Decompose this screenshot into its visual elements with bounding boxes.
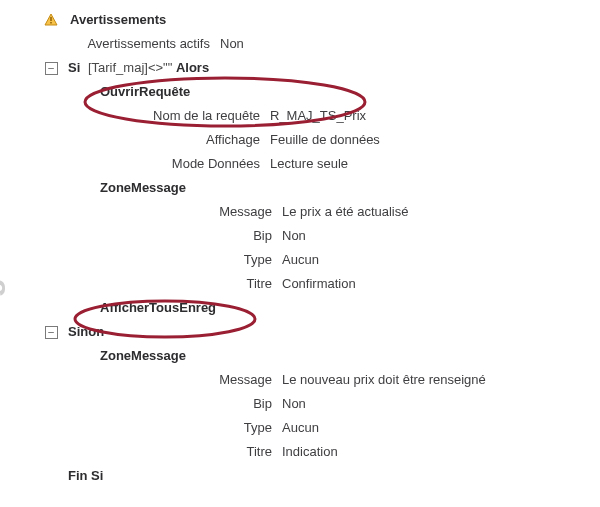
arg-row[interactable]: Titre Indication: [40, 440, 580, 464]
if-condition: [Tarif_maj]<>"": [84, 56, 176, 80]
arg-row[interactable]: Type Aucun: [40, 416, 580, 440]
arg-label: Type: [40, 416, 282, 440]
if-row[interactable]: – Si [Tarif_maj]<>"" Alors: [40, 56, 580, 80]
arg-label: Titre: [40, 440, 282, 464]
arg-label: Message: [40, 368, 282, 392]
arg-label: Bip: [40, 224, 282, 248]
then-keyword: Alors: [176, 56, 209, 80]
action-row-zone-message[interactable]: ZoneMessage: [40, 344, 580, 368]
arg-label: Message: [40, 200, 282, 224]
arg-label: Avertissements actifs: [40, 32, 220, 56]
arg-value: Aucun: [282, 416, 319, 440]
arg-label: Titre: [40, 272, 282, 296]
arg-row[interactable]: Mode Données Lecture seule: [40, 152, 580, 176]
arg-row[interactable]: Message Le prix a été actualisé: [40, 200, 580, 224]
arg-row[interactable]: Titre Confirmation: [40, 272, 580, 296]
action-name: OuvrirRequête: [100, 80, 190, 104]
arg-value: Non: [282, 224, 306, 248]
arg-row[interactable]: Nom de la requête R_MAJ_TS_Prix: [40, 104, 580, 128]
endif-keyword: Fin Si: [68, 464, 103, 488]
arg-value: Indication: [282, 440, 338, 464]
warning-icon: [40, 13, 62, 27]
action-name: ZoneMessage: [100, 176, 186, 200]
arg-label: Type: [40, 248, 282, 272]
navigation-pane-label: Volet de navigation: [0, 199, 6, 500]
action-row-open-query[interactable]: OuvrirRequête: [40, 80, 580, 104]
else-row[interactable]: – Sinon: [40, 320, 580, 344]
action-row-zone-message[interactable]: ZoneMessage: [40, 176, 580, 200]
arg-value: Non: [220, 32, 244, 56]
arg-value: Le nouveau prix doit être renseigné: [282, 368, 486, 392]
arg-row[interactable]: Bip Non: [40, 224, 580, 248]
arg-label: Nom de la requête: [40, 104, 270, 128]
arg-row[interactable]: Avertissements actifs Non: [40, 32, 580, 56]
arg-row[interactable]: Affichage Feuille de données: [40, 128, 580, 152]
endif-row[interactable]: Fin Si: [40, 464, 580, 488]
arg-value: Non: [282, 392, 306, 416]
arg-row[interactable]: Bip Non: [40, 392, 580, 416]
arg-value: Confirmation: [282, 272, 356, 296]
action-name: ZoneMessage: [100, 344, 186, 368]
if-keyword: Si: [68, 56, 80, 80]
svg-rect-2: [50, 22, 51, 24]
arg-value: R_MAJ_TS_Prix: [270, 104, 366, 128]
arg-value: Le prix a été actualisé: [282, 200, 408, 224]
else-keyword: Sinon: [68, 320, 104, 344]
arg-row[interactable]: Message Le nouveau prix doit être rensei…: [40, 368, 580, 392]
action-row-warnings[interactable]: Avertissements: [40, 8, 580, 32]
svg-rect-1: [50, 17, 51, 21]
collapse-toggle[interactable]: –: [40, 326, 62, 339]
arg-label: Bip: [40, 392, 282, 416]
arg-label: Mode Données: [40, 152, 270, 176]
action-row-show-all[interactable]: AfficherTousEnreg: [40, 296, 580, 320]
arg-value: Feuille de données: [270, 128, 380, 152]
arg-row[interactable]: Type Aucun: [40, 248, 580, 272]
arg-label: Affichage: [40, 128, 270, 152]
action-name: AfficherTousEnreg: [100, 296, 216, 320]
collapse-toggle[interactable]: –: [40, 62, 62, 75]
macro-designer: Avertissements Avertissements actifs Non…: [40, 8, 580, 488]
action-name: Avertissements: [70, 8, 166, 32]
arg-value: Aucun: [282, 248, 319, 272]
arg-value: Lecture seule: [270, 152, 348, 176]
